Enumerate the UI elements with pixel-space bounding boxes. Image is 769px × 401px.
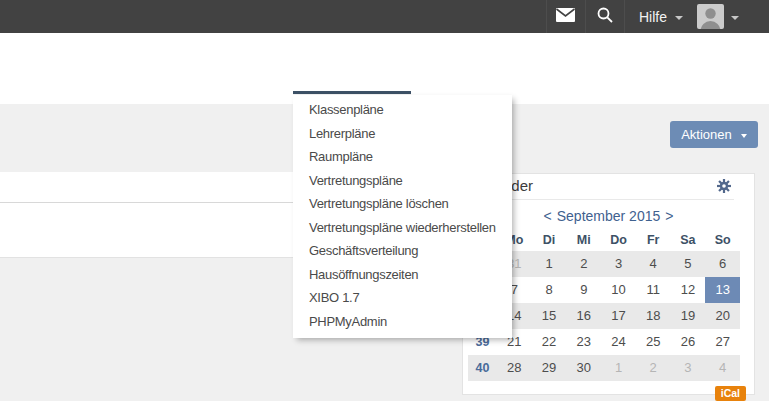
calendar-day[interactable]: 24	[601, 329, 636, 355]
app-window: Hilfe GruppenRessourcenAktuellesVerwaltu…	[0, 0, 769, 401]
help-menu-button[interactable]: Hilfe	[624, 0, 697, 33]
calendar-day[interactable]: 28	[497, 355, 532, 381]
calendar-day[interactable]: 17	[601, 303, 636, 329]
dow-header-sa: Sa	[671, 229, 706, 251]
calendar-day[interactable]: 27	[705, 329, 740, 355]
calendar-day[interactable]: 4	[705, 355, 740, 381]
calendar-day[interactable]: 15	[532, 303, 567, 329]
dow-header-do: Do	[601, 229, 636, 251]
main-nav: GruppenRessourcenAktuellesVerwaltung	[0, 33, 769, 104]
actions-button-label: Aktionen	[681, 127, 732, 142]
chevron-down-icon	[731, 16, 739, 20]
calendar-day[interactable]: 19	[671, 303, 706, 329]
calendar-day[interactable]: 29	[532, 355, 567, 381]
calendar-day-selected[interactable]: 13	[705, 277, 740, 303]
calendar-day[interactable]: 18	[636, 303, 671, 329]
mail-button[interactable]	[546, 0, 585, 33]
menu-item-phpmyadmin[interactable]: PHPMyAdmin	[293, 310, 512, 334]
help-label: Hilfe	[639, 9, 667, 25]
month-label: September 2015	[557, 208, 661, 224]
calendar-day[interactable]: 3	[671, 355, 706, 381]
dow-header-di: Di	[532, 229, 567, 251]
user-avatar	[697, 4, 724, 29]
topbar: Hilfe	[0, 0, 769, 33]
prev-month-button[interactable]: <	[539, 208, 557, 224]
calendar-day[interactable]: 16	[566, 303, 601, 329]
next-month-button[interactable]: >	[660, 208, 678, 224]
chevron-down-icon	[741, 134, 747, 138]
mail-icon	[556, 8, 575, 26]
calendar-day[interactable]: 9	[566, 277, 601, 303]
dow-header-so: So	[705, 229, 740, 251]
calendar-day[interactable]: 5	[671, 251, 706, 277]
calendar-day[interactable]: 4	[636, 251, 671, 277]
calendar-day[interactable]: 10	[601, 277, 636, 303]
chevron-down-icon	[675, 16, 683, 20]
calendar-day[interactable]: 25	[636, 329, 671, 355]
calendar-day[interactable]: 23	[566, 329, 601, 355]
search-button[interactable]	[585, 0, 624, 33]
calendar-week-row: 402829301234	[468, 355, 740, 381]
calendar-day[interactable]: 1	[532, 251, 567, 277]
menu-item-lehrerpl-ne[interactable]: Lehrerpläne	[293, 122, 512, 146]
menu-item-raumpl-ne[interactable]: Raumpläne	[293, 145, 512, 169]
calendar-settings-button[interactable]	[717, 179, 731, 193]
actions-button[interactable]: Aktionen	[670, 121, 758, 148]
menu-item-xibo-1-7[interactable]: XIBO 1.7	[293, 286, 512, 310]
menu-item-vertretungspl-ne-wiederherstellen[interactable]: Vertretungspläne wiederherstellen	[293, 216, 512, 240]
calendar-header: Kalender	[473, 174, 734, 200]
week-number: 40	[468, 355, 497, 381]
calendar-day[interactable]: 8	[532, 277, 567, 303]
search-icon	[597, 7, 613, 27]
calendar-day[interactable]: 3	[601, 251, 636, 277]
menu-item-klassenpl-ne[interactable]: Klassenpläne	[293, 98, 512, 122]
calendar-day[interactable]: 2	[636, 355, 671, 381]
calendar-day[interactable]: 22	[532, 329, 567, 355]
user-menu-button[interactable]	[697, 0, 769, 33]
calendar-day[interactable]: 26	[671, 329, 706, 355]
calendar-day[interactable]: 30	[566, 355, 601, 381]
verwaltung-dropdown-menu: KlassenpläneLehrerpläneRaumpläneVertretu…	[293, 95, 512, 338]
menu-item-vertretungspl-ne[interactable]: Vertretungspläne	[293, 169, 512, 193]
calendar-day[interactable]: 1	[601, 355, 636, 381]
dow-header-mi: Mi	[566, 229, 601, 251]
calendar-day[interactable]: 11	[636, 277, 671, 303]
calendar-day[interactable]: 6	[705, 251, 740, 277]
menu-item-gesch-ftsverteilung[interactable]: Geschäftsverteilung	[293, 239, 512, 263]
calendar-day[interactable]: 12	[671, 277, 706, 303]
calendar-day[interactable]: 2	[566, 251, 601, 277]
dow-header-fr: Fr	[636, 229, 671, 251]
menu-item-haus-ffnungszeiten[interactable]: Hausöffnungszeiten	[293, 263, 512, 287]
ical-button[interactable]: iCal	[715, 386, 746, 401]
menu-item-vertretungspl-ne-l-schen[interactable]: Vertretungspläne löschen	[293, 192, 512, 216]
calendar-day[interactable]: 20	[705, 303, 740, 329]
gear-icon	[717, 179, 731, 196]
calendar-footer: iCal	[463, 383, 746, 401]
